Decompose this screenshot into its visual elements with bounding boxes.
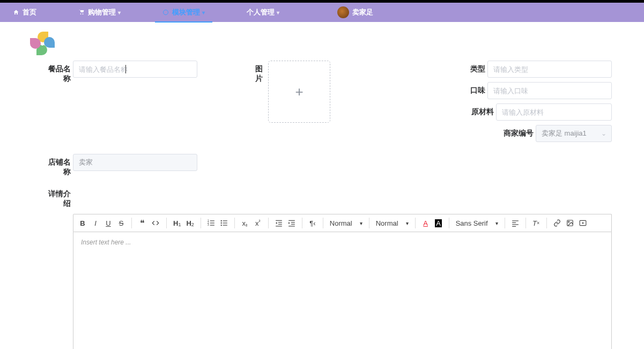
nav-module-label: 模块管理 (172, 8, 200, 17)
seller-id-select[interactable] (536, 125, 612, 142)
chevron-down-icon: ▾ (277, 10, 279, 16)
rich-text-editor: B I U S ❝ H1 H2 123 (73, 214, 612, 349)
bullet-list-button[interactable] (220, 218, 228, 228)
type-input[interactable] (487, 61, 612, 78)
nav-personal-label: 个人管理 (247, 8, 275, 17)
image-button[interactable] (566, 218, 574, 228)
size-select-label: Normal (330, 219, 352, 227)
video-button[interactable] (579, 218, 587, 228)
cart-icon (78, 9, 85, 16)
svg-point-0 (164, 10, 168, 15)
shop-name-input[interactable] (73, 154, 197, 171)
chevron-down-icon: ▾ (202, 10, 205, 16)
underline-button[interactable]: U (105, 218, 112, 228)
strike-button[interactable]: S (117, 218, 125, 228)
type-label: 类型 (466, 61, 487, 74)
h1-button[interactable]: H1 (173, 218, 181, 228)
svg-marker-22 (288, 222, 290, 225)
svg-rect-25 (512, 224, 519, 225)
font-select-label: Sans Serif (456, 219, 488, 227)
navbar: 首页 购物管理 ▾ 模块管理 ▾ 个人管理 ▾ 卖家足 (0, 3, 644, 22)
plus-icon: + (295, 84, 303, 100)
shop-name-label: 店铺名称 (43, 154, 73, 177)
flavor-input[interactable] (487, 82, 612, 99)
flavor-label: 口味 (466, 82, 487, 95)
form-content: 餐品名称 图片 + 类型 口味 原材料 (0, 22, 644, 349)
bg-color-button[interactable]: A (435, 218, 442, 228)
svg-rect-23 (512, 220, 519, 221)
header-select[interactable]: Normal ▾ (376, 219, 409, 227)
svg-rect-20 (291, 224, 295, 225)
svg-point-9 (220, 225, 221, 226)
svg-rect-3 (210, 225, 214, 226)
subscript-button[interactable]: x₂ (241, 218, 249, 228)
image-upload[interactable]: + (268, 61, 330, 123)
svg-marker-30 (582, 222, 584, 224)
nav-personal[interactable]: 个人管理 ▾ (239, 3, 287, 22)
indent-button[interactable] (288, 218, 295, 228)
align-button[interactable] (512, 218, 519, 228)
svg-rect-13 (276, 220, 282, 221)
svg-marker-17 (276, 222, 277, 225)
svg-rect-26 (512, 226, 516, 227)
svg-point-8 (220, 222, 221, 224)
size-select[interactable]: Normal ▾ (330, 219, 362, 227)
outdent-button[interactable] (275, 218, 283, 228)
material-label: 原材料 (466, 103, 496, 117)
code-block-button[interactable] (151, 218, 160, 228)
svg-text:3: 3 (208, 224, 209, 226)
chevron-down-icon: ▾ (118, 10, 121, 16)
svg-rect-15 (278, 224, 282, 225)
font-select[interactable]: Sans Serif ▾ (456, 219, 498, 227)
superscript-button[interactable]: x² (254, 218, 262, 228)
text-color-button[interactable]: A (422, 218, 430, 228)
svg-rect-10 (223, 220, 227, 221)
svg-rect-19 (291, 222, 295, 222)
material-input[interactable] (496, 103, 612, 121)
svg-rect-1 (210, 220, 214, 221)
svg-rect-2 (210, 222, 214, 223)
chevron-down-icon: ▾ (360, 220, 362, 226)
text-cursor (125, 65, 126, 73)
editor-content[interactable]: Insert text here ... (73, 232, 612, 349)
svg-point-28 (568, 221, 569, 222)
blockquote-button[interactable]: ❝ (138, 218, 146, 228)
seller-id-label: 商家编号 (498, 125, 536, 138)
nav-home-label: 首页 (23, 8, 36, 17)
svg-rect-11 (223, 222, 227, 223)
nav-seller[interactable]: 卖家足 (330, 3, 381, 22)
svg-rect-12 (223, 225, 227, 226)
header-select-label: Normal (376, 219, 398, 227)
nav-module[interactable]: 模块管理 ▾ (155, 3, 212, 22)
nav-shopping-label: 购物管理 (88, 8, 116, 17)
bold-button[interactable]: B (79, 218, 86, 228)
svg-rect-14 (278, 222, 282, 222)
clear-format-button[interactable]: T× (532, 218, 540, 228)
nav-seller-label: 卖家足 (352, 8, 373, 17)
italic-button[interactable]: I (92, 218, 99, 228)
chevron-down-icon: ▾ (495, 220, 498, 226)
svg-rect-18 (288, 220, 295, 221)
nav-home[interactable]: 首页 (5, 3, 44, 22)
detail-label: 详情介绍 (43, 185, 73, 209)
editor-toolbar: B I U S ❝ H1 H2 123 (73, 214, 612, 232)
home-icon (13, 9, 19, 16)
svg-point-7 (220, 220, 221, 221)
avatar (337, 6, 349, 18)
editor-placeholder: Insert text here ... (81, 239, 131, 246)
direction-button[interactable]: ¶‹ (309, 218, 316, 228)
name-input[interactable] (73, 61, 197, 78)
nav-shopping[interactable]: 购物管理 ▾ (71, 3, 128, 22)
image-label: 图片 (249, 61, 265, 84)
h2-button[interactable]: H2 (186, 218, 194, 228)
chevron-down-icon: ▾ (406, 220, 409, 226)
logo (30, 32, 612, 56)
module-icon (162, 9, 169, 16)
svg-rect-16 (276, 226, 282, 226)
svg-rect-21 (288, 226, 295, 226)
svg-rect-24 (512, 222, 516, 223)
link-button[interactable] (553, 218, 561, 228)
name-label: 餐品名称 (43, 61, 73, 84)
ordered-list-button[interactable]: 123 (208, 218, 215, 228)
